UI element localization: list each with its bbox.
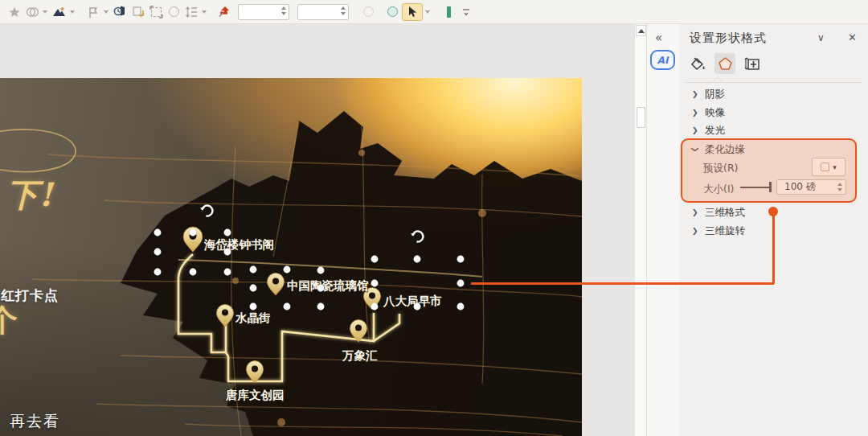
pushpin-icon[interactable] bbox=[217, 3, 233, 21]
selection-handle[interactable] bbox=[250, 266, 257, 274]
width-spinner[interactable] bbox=[238, 4, 289, 20]
selection-handle[interactable] bbox=[250, 285, 257, 292]
editing-canvas: 海岱楼钟书阁 中国陶瓷琉璃馆 八大局早市 水晶街 万象汇 唐库文创园 下! 红打… bbox=[0, 24, 634, 436]
spin-up-icon[interactable] bbox=[281, 6, 286, 10]
panel-chevron-icon[interactable]: ∨ bbox=[817, 32, 825, 43]
selection-handle[interactable] bbox=[317, 303, 325, 311]
section-label: 三维旋转 bbox=[705, 224, 745, 238]
animation-star-icon[interactable] bbox=[6, 3, 23, 21]
preset-dropdown[interactable]: ▾ bbox=[812, 158, 845, 176]
selection-handle[interactable] bbox=[457, 303, 465, 311]
collapse-panel-icon[interactable]: « bbox=[655, 31, 661, 45]
merge-shapes-caret[interactable] bbox=[43, 10, 47, 14]
caret-down-icon: ▾ bbox=[833, 163, 837, 171]
tab-effects[interactable] bbox=[714, 53, 735, 74]
calligraphy-swoosh bbox=[0, 130, 76, 172]
pentagon-icon bbox=[718, 56, 733, 71]
slide-more-text[interactable]: 再去看 bbox=[10, 411, 60, 432]
selection-handle[interactable] bbox=[414, 256, 421, 263]
selection-handle[interactable] bbox=[154, 249, 162, 256]
selection-handle[interactable] bbox=[317, 267, 325, 274]
map-pin-label[interactable]: 水晶街 bbox=[235, 311, 271, 324]
spin-down-icon[interactable] bbox=[281, 12, 286, 15]
select-cursor-caret[interactable] bbox=[425, 10, 430, 14]
selection-handle[interactable] bbox=[154, 229, 162, 237]
section-label: 阴影 bbox=[705, 88, 725, 101]
selection-handle[interactable] bbox=[457, 256, 465, 263]
selection-handle[interactable] bbox=[284, 303, 291, 311]
map-pin-label[interactable]: 海岱楼钟书阁 bbox=[203, 238, 274, 251]
selection-handle[interactable] bbox=[250, 303, 257, 311]
slide[interactable]: 海岱楼钟书阁 中国陶瓷琉璃馆 八大局早市 水晶街 万象汇 唐库文创园 下! 红打… bbox=[0, 78, 582, 436]
scroll-up-icon bbox=[638, 29, 645, 33]
section-3d-rotation[interactable]: ❯ 三维旋转 bbox=[692, 224, 745, 238]
selection-handle[interactable] bbox=[190, 269, 197, 276]
section-soft-edges[interactable]: ❯ 柔化边缘 bbox=[692, 142, 745, 157]
flag-icon[interactable] bbox=[85, 3, 101, 21]
selection-handle[interactable] bbox=[224, 269, 231, 276]
slide-counter-text[interactable]: 个 bbox=[0, 300, 18, 341]
section-reflection[interactable]: ❯ 映像 bbox=[692, 105, 725, 120]
chevron-right-icon: ❯ bbox=[692, 109, 698, 117]
flip-picture-icon[interactable] bbox=[51, 3, 68, 21]
paint-bucket-icon bbox=[690, 57, 706, 71]
size-spinner[interactable]: 100 磅 bbox=[776, 179, 846, 195]
disabled-circle-icon bbox=[360, 3, 376, 21]
selection-handle[interactable] bbox=[224, 249, 231, 256]
map-pin-label[interactable]: 八大局早市 bbox=[383, 294, 442, 308]
copy-format-icon[interactable] bbox=[130, 3, 146, 21]
scrollbar-thumb[interactable] bbox=[637, 107, 645, 128]
rotate-shape-icon[interactable] bbox=[113, 3, 129, 21]
selection-handle[interactable] bbox=[457, 280, 465, 287]
spin-up-icon[interactable] bbox=[341, 6, 346, 10]
map-pin-label[interactable]: 中国陶瓷琉璃馆 bbox=[287, 279, 369, 292]
section-shadow[interactable]: ❯ 阴影 bbox=[692, 87, 725, 101]
selection-handle[interactable] bbox=[371, 256, 379, 263]
selection-handle[interactable] bbox=[190, 229, 197, 237]
height-spinner[interactable] bbox=[297, 4, 349, 20]
section-label: 三维格式 bbox=[705, 206, 745, 220]
chevron-right-icon: ❯ bbox=[692, 126, 698, 134]
spin-down-icon[interactable] bbox=[341, 12, 346, 15]
scroll-up-button[interactable] bbox=[636, 25, 646, 36]
spin-up-icon[interactable] bbox=[837, 183, 842, 186]
section-3d-format[interactable]: ❯ 三维格式 bbox=[692, 205, 745, 220]
slide-calligraphy-text[interactable]: 下! bbox=[6, 173, 53, 217]
map-pin-label[interactable]: 万象汇 bbox=[342, 349, 378, 362]
tab-notch bbox=[713, 77, 723, 82]
spin-down-icon[interactable] bbox=[837, 188, 842, 191]
selection-frame-icon[interactable] bbox=[148, 3, 164, 21]
panel-close-icon[interactable]: ✕ bbox=[848, 31, 857, 43]
map-pin-label[interactable]: 唐库文创园 bbox=[225, 389, 285, 401]
canvas-scrollbar[interactable] bbox=[634, 24, 646, 436]
selection-handle[interactable] bbox=[371, 303, 379, 311]
size-properties-icon bbox=[744, 56, 760, 71]
callout-line-vertical bbox=[772, 212, 775, 284]
merge-shapes-icon[interactable] bbox=[24, 3, 40, 21]
size-label: 大小(I) bbox=[703, 183, 734, 196]
selection-handle[interactable] bbox=[154, 269, 162, 276]
section-label: 柔化边缘 bbox=[705, 143, 745, 157]
tab-fill-line[interactable] bbox=[687, 53, 708, 74]
line-spacing-icon[interactable] bbox=[183, 3, 199, 21]
oval-shape-icon[interactable] bbox=[384, 3, 400, 21]
selection-handle[interactable] bbox=[317, 285, 325, 292]
selection-handle[interactable] bbox=[284, 266, 291, 274]
panel-tabs bbox=[687, 53, 763, 74]
tab-size-properties[interactable] bbox=[742, 53, 763, 74]
selection-handle[interactable] bbox=[414, 303, 421, 311]
section-glow[interactable]: ❯ 发光 bbox=[692, 123, 725, 138]
ai-assistant-button[interactable]: AI bbox=[650, 50, 675, 70]
selection-handle[interactable] bbox=[371, 280, 379, 287]
line-spacing-caret[interactable] bbox=[202, 10, 207, 14]
toolbar-more-button[interactable] bbox=[458, 3, 474, 21]
brush-indicator-icon[interactable] bbox=[440, 3, 457, 21]
section-label: 发光 bbox=[705, 124, 725, 138]
circle-tool-icon[interactable] bbox=[166, 3, 182, 21]
size-slider-thumb[interactable] bbox=[769, 182, 772, 192]
select-cursor-button[interactable] bbox=[402, 3, 423, 21]
selection-handle[interactable] bbox=[224, 229, 231, 237]
size-slider[interactable] bbox=[740, 187, 771, 188]
flip-picture-caret[interactable] bbox=[70, 10, 75, 14]
flag-caret[interactable] bbox=[104, 10, 108, 14]
